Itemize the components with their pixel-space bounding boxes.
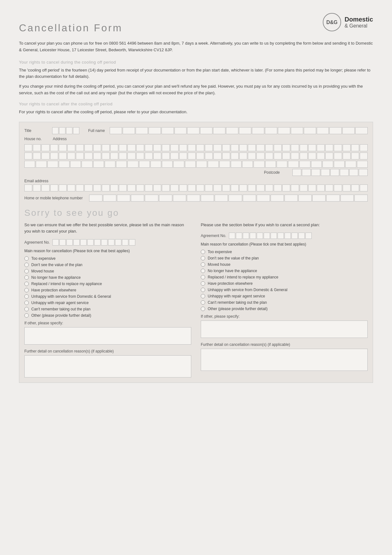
if-other-label-right: If other, please specify: (201, 314, 368, 319)
title-label: Title (24, 128, 50, 133)
radio-label: Can't remember taking out the plan (31, 307, 90, 311)
phone-label: Home or mobile telephone number (24, 196, 83, 200)
radio-option-left-5[interactable]: Have protection elsewhere (24, 288, 191, 292)
radio-circle[interactable] (24, 301, 29, 305)
radio-label: Don't see the value of the plan (208, 256, 259, 260)
fullname-input[interactable] (110, 127, 368, 134)
fullname-cell-17[interactable] (317, 127, 329, 134)
email-input[interactable] (24, 184, 368, 191)
radio-circle[interactable] (201, 256, 205, 260)
radio-option-left-9[interactable]: Other (please provide further detail) (24, 313, 191, 318)
fullname-cell-1[interactable] (110, 127, 122, 134)
radio-circle[interactable] (24, 294, 29, 299)
radio-option-right-2[interactable]: Moved house (201, 262, 368, 267)
fullname-cell-13[interactable] (265, 127, 277, 134)
radio-circle[interactable] (201, 307, 205, 311)
title-cell-1[interactable] (52, 127, 58, 134)
fullname-cell-2[interactable] (123, 127, 135, 134)
fullname-cell-8[interactable] (200, 127, 212, 134)
radio-circle[interactable] (201, 288, 205, 292)
radio-circle[interactable] (201, 300, 205, 305)
radio-option-right-5[interactable]: Have protection elsewhere (201, 281, 368, 286)
radio-option-right-0[interactable]: Too expensive (201, 250, 368, 254)
postcode-input[interactable] (292, 169, 368, 176)
radio-option-left-0[interactable]: Too expensive (24, 256, 191, 261)
further-detail-textbox-left[interactable] (24, 355, 191, 377)
radio-option-right-6[interactable]: Unhappy with service from Domestic & Gen… (201, 288, 368, 292)
title-cell-3[interactable] (66, 127, 72, 134)
after-cooling-heading: Your rights to cancel after the cooling … (19, 102, 373, 106)
fullname-cell-10[interactable] (226, 127, 238, 134)
postcode-row: Postcode (24, 169, 368, 176)
title-cell-2[interactable] (59, 127, 65, 134)
cancellation-heading-left: Main reason for cancellation (Please tic… (24, 249, 191, 253)
fullname-cell-3[interactable] (136, 127, 148, 134)
agreement-no-right-input[interactable] (229, 233, 312, 239)
radio-circle[interactable] (24, 256, 29, 261)
fullname-cell-11[interactable] (239, 127, 251, 134)
fullname-cell-12[interactable] (252, 127, 264, 134)
radio-label: Don't see the value of the plan (31, 263, 83, 267)
radio-label: Moved house (208, 262, 230, 267)
radio-option-right-9[interactable]: Other (please provide further detail) (201, 307, 368, 311)
radio-option-left-1[interactable]: Don't see the value of the plan (24, 263, 191, 267)
fullname-cell-19[interactable] (342, 127, 355, 134)
fullname-cell-6[interactable] (175, 127, 187, 134)
houseno-address-row: House no. Address (24, 137, 368, 141)
agreement-no-left-input[interactable] (52, 239, 135, 246)
fullname-cell-9[interactable] (213, 127, 225, 134)
radio-circle[interactable] (24, 275, 29, 280)
address-line-3 (24, 161, 368, 168)
radio-circle[interactable] (24, 269, 29, 273)
radio-option-left-4[interactable]: Replaced / intend to replace my applianc… (24, 282, 191, 286)
fullname-cell-7[interactable] (187, 127, 199, 134)
houseno-label: House no. (24, 137, 50, 141)
if-other-label-left: If other, please specify: (24, 321, 191, 325)
radio-circle[interactable] (201, 294, 205, 298)
fullname-cell-16[interactable] (304, 127, 316, 134)
radio-label: Unhappy with repair agent service (31, 301, 89, 305)
fullname-cell-20[interactable] (355, 127, 368, 134)
personal-details-form: Title Full name (19, 122, 373, 383)
radio-circle[interactable] (201, 281, 205, 286)
fullname-cell-14[interactable] (278, 127, 290, 134)
title-cell-4[interactable] (73, 127, 79, 134)
right-col-text: Please use the section below if you wish… (201, 222, 368, 228)
title-input[interactable] (52, 127, 79, 134)
fullname-cell-4[interactable] (149, 127, 161, 134)
radio-option-left-7[interactable]: Unhappy with repair agent service (24, 301, 191, 305)
radio-option-left-3[interactable]: No longer have the appliance (24, 275, 191, 280)
fullname-cell-5[interactable] (162, 127, 174, 134)
cooling-off-para2: If you change your mind during the cooli… (19, 83, 373, 97)
radio-circle[interactable] (24, 313, 29, 318)
fullname-cell-15[interactable] (291, 127, 303, 134)
radio-circle[interactable] (201, 250, 205, 254)
radio-option-left-6[interactable]: Unhappy with service from Domestic & Gen… (24, 294, 191, 299)
radio-circle[interactable] (24, 288, 29, 292)
phone-input[interactable] (89, 195, 368, 202)
fullname-cell-18[interactable] (329, 127, 342, 134)
agreement-no-left-label: Agreement No. (24, 240, 50, 245)
further-detail-textbox-right[interactable] (201, 349, 368, 371)
address-cells-2[interactable] (24, 153, 368, 159)
address-cells-3[interactable] (24, 161, 368, 168)
if-other-textbox-right[interactable] (201, 321, 368, 338)
radio-circle[interactable] (24, 263, 29, 267)
radio-circle[interactable] (201, 275, 205, 279)
if-other-textbox-left[interactable] (24, 327, 191, 345)
radio-circle[interactable] (24, 282, 29, 286)
further-detail-label-left: Further detail on cancellation reason(s)… (24, 349, 191, 353)
radio-circle[interactable] (24, 307, 29, 311)
agreement-no-right-label: Agreement No. (201, 234, 226, 238)
radio-circle[interactable] (201, 262, 205, 267)
cooling-off-para1: The 'cooling off period' is the fourteen… (19, 67, 373, 80)
radio-circle[interactable] (201, 269, 205, 273)
address-cells-1[interactable] (24, 144, 368, 151)
radio-option-right-3[interactable]: No longer have the appliance (201, 269, 368, 273)
radio-option-right-8[interactable]: Can't remember taking out the plan (201, 300, 368, 305)
radio-option-left-8[interactable]: Can't remember taking out the plan (24, 307, 191, 311)
radio-option-right-4[interactable]: Replaced / intend to replace my applianc… (201, 275, 368, 279)
radio-option-right-1[interactable]: Don't see the value of the plan (201, 256, 368, 260)
radio-option-left-2[interactable]: Moved house (24, 269, 191, 273)
radio-option-right-7[interactable]: Unhappy with repair agent service (201, 294, 368, 298)
